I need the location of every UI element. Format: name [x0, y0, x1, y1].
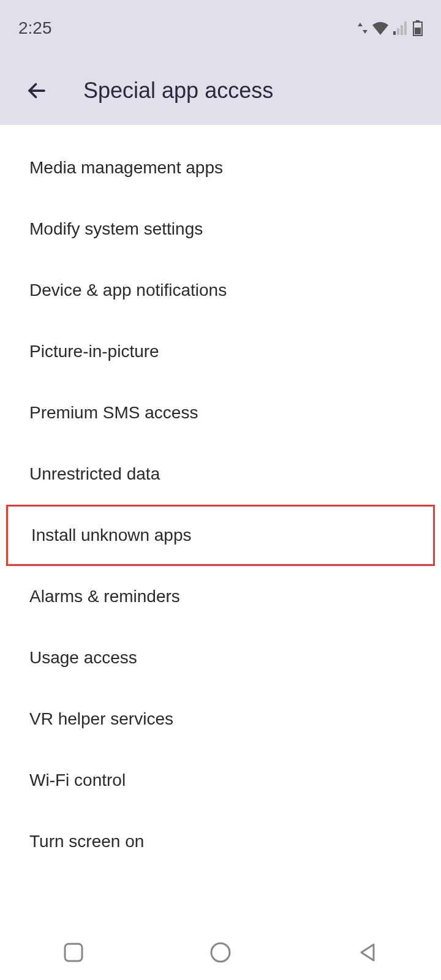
battery-icon: [413, 20, 423, 36]
triangle-left-icon: [356, 941, 379, 963]
settings-list: Media management apps Modify system sett…: [0, 125, 441, 872]
nav-recent-button[interactable]: [60, 939, 87, 966]
header: Special app access: [0, 56, 441, 125]
svg-rect-1: [397, 28, 399, 35]
svg-rect-2: [401, 25, 403, 35]
nav-back-button[interactable]: [354, 939, 381, 966]
status-icons: [358, 20, 423, 36]
setting-unrestricted-data[interactable]: Unrestricted data: [0, 443, 441, 505]
svg-rect-6: [415, 28, 421, 34]
setting-alarms-reminders[interactable]: Alarms & reminders: [0, 566, 441, 627]
setting-turn-screen-on[interactable]: Turn screen on: [0, 811, 441, 872]
setting-premium-sms-access[interactable]: Premium SMS access: [0, 382, 441, 443]
setting-picture-in-picture[interactable]: Picture-in-picture: [0, 321, 441, 382]
page-title: Special app access: [83, 78, 273, 104]
status-time: 2:25: [18, 18, 52, 38]
setting-media-management-apps[interactable]: Media management apps: [0, 137, 441, 198]
navigation-bar: [0, 925, 441, 980]
circle-icon: [209, 941, 232, 963]
signal-icon: [393, 21, 408, 35]
svg-rect-3: [404, 21, 407, 35]
setting-device-app-notifications[interactable]: Device & app notifications: [0, 260, 441, 321]
square-icon: [62, 941, 85, 963]
wifi-icon: [372, 21, 388, 35]
status-bar: 2:25: [0, 0, 441, 56]
arrow-left-icon: [26, 80, 48, 102]
data-arrows-icon: [358, 21, 368, 35]
svg-rect-8: [65, 944, 82, 961]
setting-vr-helper-services[interactable]: VR helper services: [0, 688, 441, 750]
svg-point-9: [211, 943, 230, 962]
nav-home-button[interactable]: [207, 939, 234, 966]
setting-usage-access[interactable]: Usage access: [0, 627, 441, 688]
svg-rect-0: [393, 31, 396, 35]
back-button[interactable]: [24, 78, 49, 103]
setting-modify-system-settings[interactable]: Modify system settings: [0, 198, 441, 260]
setting-wifi-control[interactable]: Wi-Fi control: [0, 750, 441, 811]
setting-install-unknown-apps[interactable]: Install unknown apps: [6, 505, 435, 566]
